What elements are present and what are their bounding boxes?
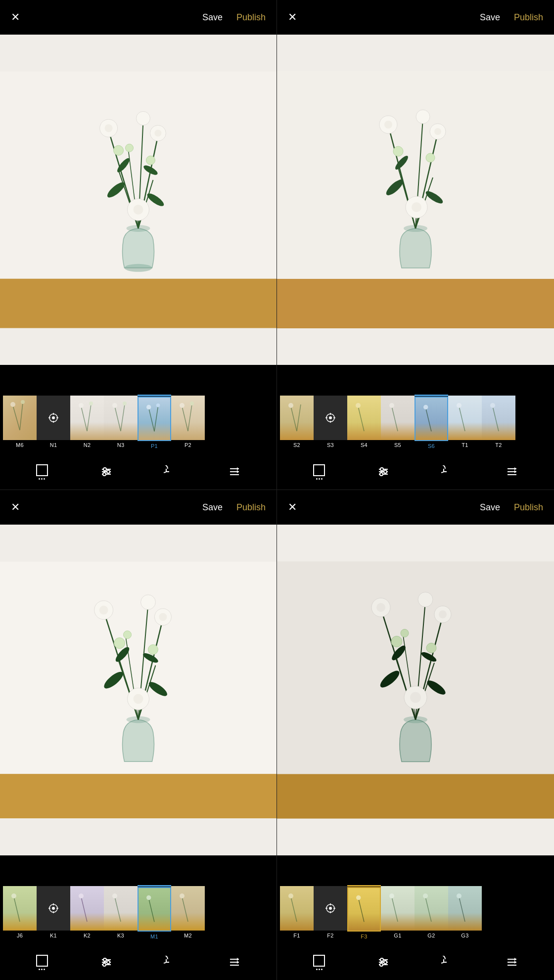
filter-g3-label: G3 [461, 933, 468, 938]
filter-j6[interactable]: J6 [3, 886, 37, 938]
adjust-tool-3[interactable] [100, 956, 113, 969]
svg-point-189 [288, 893, 293, 898]
svg-point-150 [146, 895, 151, 900]
publish-button-4[interactable]: Publish [514, 502, 543, 513]
svg-point-79 [393, 146, 403, 156]
history-tool-1[interactable] [164, 465, 177, 478]
preset-tool-2[interactable] [506, 465, 518, 478]
filter-t2[interactable]: T2 [482, 396, 515, 448]
svg-line-94 [392, 406, 398, 431]
svg-marker-164 [237, 961, 239, 964]
preset-tool-3[interactable] [228, 956, 241, 969]
frame-dots-1 [39, 478, 45, 480]
save-button-1[interactable]: Save [202, 12, 223, 23]
filter-t1[interactable]: T1 [448, 396, 482, 448]
spacer-4 [277, 855, 554, 880]
filter-k1-label: K1 [50, 933, 57, 938]
frame-tool-3[interactable] [36, 954, 48, 970]
publish-button-2[interactable]: Publish [514, 12, 543, 23]
filter-k1[interactable]: K1 [37, 886, 70, 938]
filter-k1-center [37, 886, 70, 931]
adjust-tool-1[interactable] [100, 465, 113, 478]
svg-rect-204 [314, 955, 324, 966]
filter-f1[interactable]: F1 [280, 886, 314, 938]
photo-area-3 [0, 525, 277, 855]
filter-s2-label: S2 [293, 442, 300, 448]
svg-point-128 [99, 606, 108, 615]
frame-tool-4[interactable] [313, 954, 325, 970]
filter-s5[interactable]: S5 [381, 396, 415, 448]
close-button-3[interactable]: ✕ [11, 501, 20, 514]
filter-n3[interactable]: N3 [104, 396, 138, 448]
svg-point-209 [384, 961, 387, 964]
svg-line-83 [291, 406, 297, 431]
svg-line-40 [121, 404, 125, 431]
svg-point-23 [134, 205, 143, 215]
svg-rect-166 [277, 774, 554, 819]
svg-point-133 [148, 645, 158, 655]
svg-point-106 [380, 468, 383, 471]
svg-point-93 [356, 403, 361, 408]
svg-point-201 [423, 893, 428, 898]
filter-n2[interactable]: N2 [70, 396, 104, 448]
filter-m2[interactable]: M2 [171, 886, 205, 938]
svg-point-152 [180, 893, 185, 898]
spacer-1 [0, 365, 277, 390]
filter-s4[interactable]: S4 [347, 396, 381, 448]
svg-line-200 [425, 897, 431, 922]
spacer-3 [0, 855, 277, 880]
filter-s6[interactable]: S6 [415, 395, 448, 449]
filter-p2[interactable]: P2 [171, 396, 205, 448]
history-tool-2[interactable] [441, 465, 454, 478]
filter-m1[interactable]: M1 [138, 885, 171, 939]
filter-f3[interactable]: F3 [347, 885, 381, 939]
filter-g2[interactable]: G2 [415, 886, 448, 938]
filter-s2[interactable]: S2 [280, 396, 314, 448]
filter-m2-label: M2 [184, 933, 192, 938]
svg-point-80 [426, 153, 435, 162]
filter-m6[interactable]: M6 [3, 396, 37, 448]
close-button-4[interactable]: ✕ [288, 501, 297, 514]
filter-g3[interactable]: G3 [448, 886, 482, 938]
publish-button-1[interactable]: Publish [236, 12, 266, 23]
close-button-1[interactable]: ✕ [11, 11, 20, 24]
history-tool-4[interactable] [441, 956, 454, 969]
filter-p1[interactable]: P1 [138, 395, 171, 449]
svg-point-210 [380, 963, 383, 966]
svg-point-21 [126, 144, 134, 152]
photo-1 [0, 35, 277, 365]
filter-j6-label: J6 [17, 933, 23, 938]
svg-point-197 [356, 895, 361, 900]
filter-s3[interactable]: S3 [314, 396, 347, 448]
save-button-2[interactable]: Save [480, 12, 500, 23]
preset-tool-4[interactable] [506, 956, 518, 969]
filter-g1[interactable]: G1 [381, 886, 415, 938]
filter-n3-label: N3 [117, 442, 125, 448]
filter-k2[interactable]: K2 [70, 886, 104, 938]
filter-f2[interactable]: F2 [314, 886, 347, 938]
filter-n1[interactable]: N1 [37, 396, 70, 448]
save-button-4[interactable]: Save [480, 502, 500, 513]
panel-2: ✕ Save Publish [277, 0, 554, 490]
frame-tool-1[interactable] [36, 464, 48, 480]
adjust-tool-4[interactable] [377, 956, 390, 969]
svg-marker-112 [514, 467, 516, 470]
adjust-tool-2[interactable] [377, 465, 390, 478]
bottom-toolbar-2 [277, 454, 554, 490]
save-button-3[interactable]: Save [202, 502, 223, 513]
history-tool-3[interactable] [164, 956, 177, 969]
filter-p2-label: P2 [185, 442, 191, 448]
frame-tool-2[interactable] [313, 464, 325, 480]
filter-k2-label: K2 [84, 933, 91, 938]
close-button-2[interactable]: ✕ [288, 11, 297, 24]
publish-button-3[interactable]: Publish [236, 502, 266, 513]
topbar-4: ✕ Save Publish [277, 490, 554, 525]
svg-point-41 [112, 403, 117, 408]
filter-t2-label: T2 [495, 442, 502, 448]
spacer-2 [277, 365, 554, 390]
filter-k3[interactable]: K3 [104, 886, 138, 938]
svg-rect-64 [277, 279, 554, 328]
svg-point-179 [376, 603, 385, 612]
svg-point-18 [154, 130, 161, 136]
preset-tool-1[interactable] [228, 465, 241, 478]
